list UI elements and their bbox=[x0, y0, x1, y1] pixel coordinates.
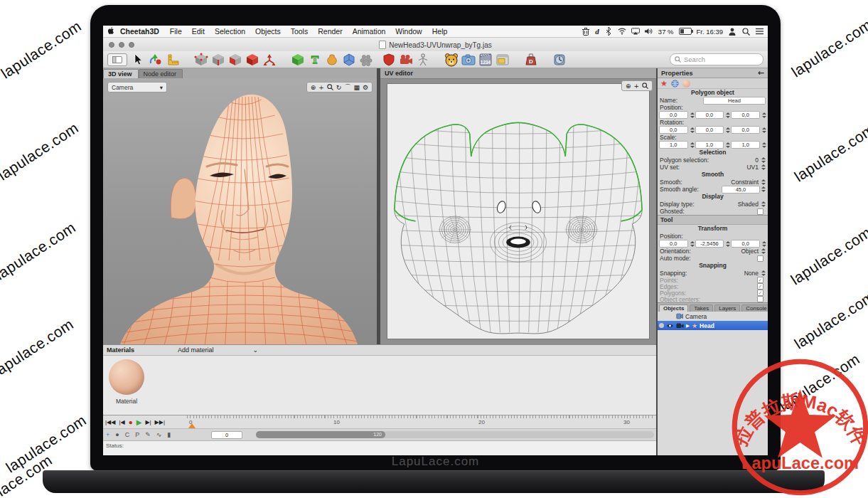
apple-logo-icon[interactable] bbox=[107, 27, 116, 36]
cheetah-render-icon[interactable] bbox=[443, 53, 460, 67]
jump-end-button[interactable]: ▶▶| bbox=[155, 419, 165, 425]
rotation-z-field[interactable]: 0,0 bbox=[731, 126, 760, 134]
rotation-y-field[interactable]: 0,0 bbox=[695, 126, 724, 134]
position-y-field[interactable]: 0,0 bbox=[695, 111, 724, 119]
timeline-ruler[interactable]: 0 10 20 30 bbox=[187, 415, 655, 428]
eye-visibility-icon[interactable] bbox=[666, 323, 674, 329]
stepper[interactable] bbox=[724, 127, 730, 133]
list-item-selected[interactable]: ▶ ★ Head bbox=[658, 321, 768, 330]
list-item[interactable]: Camera bbox=[658, 312, 768, 321]
spotlight-search-icon[interactable] bbox=[741, 27, 750, 36]
edit-key-icon[interactable]: ✎ bbox=[145, 431, 151, 438]
stepper[interactable] bbox=[689, 112, 695, 118]
select-tool-cursor-icon[interactable] bbox=[130, 53, 147, 67]
curve-editor-icon[interactable]: ∿ bbox=[156, 431, 162, 438]
menu-selection[interactable]: Selection bbox=[215, 27, 245, 36]
d-status-icon[interactable]: d bbox=[595, 27, 599, 36]
stepper[interactable] bbox=[689, 241, 695, 247]
points-checkbox[interactable]: ✓ bbox=[757, 277, 763, 283]
add-spline-object-icon[interactable] bbox=[323, 53, 341, 67]
battery-icon[interactable] bbox=[679, 28, 692, 35]
uv-focus-icon[interactable]: ⊕ bbox=[626, 83, 631, 90]
jump-start-button[interactable]: |◀◀ bbox=[105, 419, 115, 425]
stepper[interactable] bbox=[724, 142, 730, 148]
stepper[interactable] bbox=[760, 186, 766, 192]
gear-icon[interactable]: ⚙ bbox=[363, 84, 368, 91]
zoom-icon[interactable] bbox=[327, 84, 333, 90]
position-key-icon[interactable]: P bbox=[135, 431, 139, 438]
sidebar-toggle-button[interactable] bbox=[107, 53, 127, 66]
uv-pan-icon[interactable]: + bbox=[633, 83, 639, 90]
rotate-key-icon[interactable]: C bbox=[125, 431, 130, 438]
tab-takes[interactable]: Takes bbox=[690, 304, 713, 312]
menu-clock[interactable]: Fr. 16:39 bbox=[697, 28, 724, 36]
stepper[interactable] bbox=[760, 179, 766, 185]
add-particle-object-icon[interactable] bbox=[358, 53, 375, 67]
uv-tag-icon[interactable] bbox=[671, 80, 679, 88]
prev-frame-button[interactable]: |◀ bbox=[119, 419, 124, 425]
menu-file[interactable]: File bbox=[170, 27, 182, 36]
add-polyhedron-icon[interactable] bbox=[341, 53, 358, 67]
animation-clock-icon[interactable] bbox=[551, 53, 568, 67]
dope-sheet-icon[interactable]: ▮ bbox=[167, 431, 171, 438]
ruler-tool-icon[interactable] bbox=[164, 53, 181, 67]
window-title-bar[interactable]: NewHead3-UVUnwrap_byTg.jas bbox=[103, 38, 768, 52]
stepper[interactable] bbox=[760, 164, 766, 170]
tab-3d-view[interactable]: 3D view bbox=[103, 69, 139, 78]
menu-app-name[interactable]: Cheetah3D bbox=[120, 27, 159, 36]
user-icon[interactable] bbox=[728, 27, 736, 36]
menu-animation[interactable]: Animation bbox=[353, 27, 386, 36]
menu-tools[interactable]: Tools bbox=[291, 27, 309, 36]
disclosure-icon[interactable]: ▶ bbox=[686, 323, 690, 329]
radio-icon[interactable] bbox=[659, 323, 664, 328]
next-frame-button[interactable]: ▶| bbox=[145, 419, 151, 425]
stepper[interactable] bbox=[761, 127, 766, 133]
stepper[interactable] bbox=[689, 127, 695, 133]
position-z-field[interactable]: 0,0 bbox=[731, 111, 760, 119]
tab-console[interactable]: Console bbox=[741, 304, 768, 312]
polygon-mode-icon[interactable] bbox=[227, 53, 244, 67]
polygons-checkbox[interactable]: ✓ bbox=[757, 290, 763, 296]
tool-position-y-field[interactable]: -2,5456 bbox=[695, 240, 724, 248]
stepper[interactable] bbox=[689, 142, 695, 148]
smooth-angle-field[interactable]: 45,0 bbox=[722, 186, 760, 194]
menu-objects[interactable]: Objects bbox=[255, 27, 281, 36]
menu-edit[interactable]: Edit bbox=[192, 27, 205, 36]
tab-layers[interactable]: Layers bbox=[714, 304, 740, 312]
rotation-x-field[interactable]: 0,0 bbox=[659, 126, 688, 134]
tool-position-x-field[interactable]: 0,0 bbox=[659, 240, 688, 248]
tool-position-z-field[interactable]: 0,0 bbox=[731, 240, 760, 248]
focus-icon[interactable]: ⊕ bbox=[311, 84, 316, 91]
point-mode-icon[interactable] bbox=[193, 53, 210, 67]
volume-icon[interactable] bbox=[645, 27, 653, 36]
add-character-rig-icon[interactable] bbox=[414, 53, 432, 67]
edges-checkbox[interactable]: ✓ bbox=[757, 283, 763, 290]
tab-node-editor[interactable]: Node editor bbox=[139, 69, 183, 78]
play-button[interactable]: ▶ bbox=[136, 418, 142, 426]
orbit-icon[interactable]: ↻ bbox=[336, 84, 342, 91]
transform-tool-icon[interactable] bbox=[147, 53, 164, 67]
scale-z-field[interactable]: 1,0 bbox=[731, 141, 760, 149]
record-button[interactable]: ● bbox=[129, 418, 133, 426]
bluetooth-icon[interactable] bbox=[604, 27, 613, 36]
stepper[interactable] bbox=[724, 112, 730, 118]
timeline-scrollbar[interactable]: 120 bbox=[256, 431, 654, 438]
add-camera-object-icon[interactable] bbox=[397, 53, 414, 67]
material-tag-icon[interactable] bbox=[682, 80, 690, 88]
pan-icon[interactable]: + bbox=[318, 84, 324, 91]
auto-mode-checkbox[interactable] bbox=[757, 255, 763, 262]
collapse-arrow-icon[interactable]: ← bbox=[758, 68, 764, 78]
weight-tool-icon[interactable]: D bbox=[523, 53, 540, 67]
polygon-tag-icon[interactable]: ★ bbox=[660, 80, 668, 87]
current-frame-field[interactable]: 0 bbox=[211, 431, 242, 439]
uv-zoom-icon[interactable] bbox=[642, 83, 648, 89]
toolbar-search-field[interactable]: Search bbox=[670, 53, 763, 65]
add-polygon-object-icon[interactable] bbox=[289, 53, 306, 67]
scale-y-field[interactable]: 1,0 bbox=[695, 141, 724, 149]
grid-view-icon[interactable]: ▦ bbox=[353, 84, 360, 91]
menu-render[interactable]: Render bbox=[318, 27, 342, 36]
render-image-camera-icon[interactable] bbox=[460, 53, 477, 67]
add-text-object-icon[interactable]: T bbox=[306, 53, 323, 67]
add-material-dropdown[interactable]: Add material bbox=[178, 346, 214, 354]
uv-canvas[interactable] bbox=[387, 84, 649, 339]
